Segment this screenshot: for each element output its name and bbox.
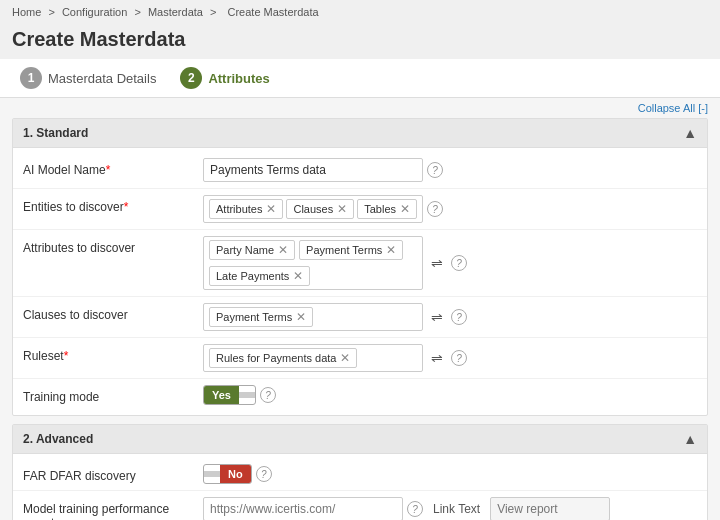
far-dfar-control: No ?	[203, 464, 697, 484]
training-mode-control: Yes ?	[203, 385, 697, 405]
toggle-yes-label: Yes	[204, 386, 239, 404]
entities-to-discover-control: Attributes ✕ Clauses ✕ Tables ✕ ?	[203, 195, 697, 223]
tag-clauses: Clauses ✕	[286, 199, 354, 219]
ai-model-name-control: ?	[203, 158, 697, 182]
advanced-section-header[interactable]: 2. Advanced ▲	[13, 425, 707, 454]
tabs-bar: 1 Masterdata Details 2 Attributes	[0, 59, 720, 98]
advanced-section: 2. Advanced ▲ FAR DFAR discovery No ?	[12, 424, 708, 520]
advanced-section-toggle-icon: ▲	[683, 431, 697, 447]
clauses-to-discover-label: Clauses to discover	[23, 303, 203, 322]
standard-section-title: 1. Standard	[23, 126, 88, 140]
clauses-help-icon[interactable]: ?	[451, 309, 467, 325]
model-training-label: Model training performance report	[23, 497, 203, 520]
entities-help-icon[interactable]: ?	[427, 201, 443, 217]
training-mode-row: Training mode Yes ?	[13, 379, 707, 411]
training-mode-label: Training mode	[23, 385, 203, 404]
standard-section: 1. Standard ▲ AI Model Name* ? Entities …	[12, 118, 708, 416]
entities-to-discover-row: Entities to discover* Attributes ✕ Claus…	[13, 189, 707, 230]
ai-model-name-input[interactable]	[203, 158, 423, 182]
tab2-label: Attributes	[208, 71, 269, 86]
tab1-number: 1	[20, 67, 42, 89]
collapse-all-link[interactable]: Collapse All [-]	[638, 102, 708, 114]
attributes-to-discover-control: Party Name ✕ Payment Terms ✕ Late Paymen…	[203, 236, 697, 290]
clauses-share-icon[interactable]: ⇌	[427, 307, 447, 327]
model-training-row: Model training performance report ? Link…	[13, 491, 707, 520]
far-dfar-row: FAR DFAR discovery No ?	[13, 458, 707, 491]
tab2-number: 2	[180, 67, 202, 89]
toggle-yes-part	[204, 471, 220, 477]
page-title: Create Masterdata	[0, 24, 720, 59]
attributes-to-discover-row: Attributes to discover Party Name ✕ Paym…	[13, 230, 707, 297]
breadcrumb: Home > Configuration > Masterdata > Crea…	[0, 0, 720, 24]
tab-attributes[interactable]: 2 Attributes	[172, 59, 285, 97]
attributes-tags-container[interactable]: Party Name ✕ Payment Terms ✕ Late Paymen…	[203, 236, 423, 290]
ai-model-name-row: AI Model Name* ?	[13, 152, 707, 189]
attributes-share-icon[interactable]: ⇌	[427, 253, 447, 273]
far-dfar-label: FAR DFAR discovery	[23, 464, 203, 483]
view-report-input[interactable]	[490, 497, 610, 520]
clauses-tags-container[interactable]: Payment Terms ✕	[203, 303, 423, 331]
ruleset-share-icon[interactable]: ⇌	[427, 348, 447, 368]
toggle-no-label	[239, 392, 255, 398]
tag-attributes: Attributes ✕	[209, 199, 283, 219]
ruleset-help-icon[interactable]: ?	[451, 350, 467, 366]
toggle-no-part: No	[220, 465, 251, 483]
tag-rules-payments: Rules for Payments data ✕	[209, 348, 357, 368]
tag-payment-terms: Payment Terms ✕	[299, 240, 403, 260]
entities-to-discover-label: Entities to discover*	[23, 195, 203, 214]
ai-model-name-help-icon[interactable]: ?	[427, 162, 443, 178]
standard-section-header[interactable]: 1. Standard ▲	[13, 119, 707, 148]
collapse-bar: Collapse All [-]	[0, 98, 720, 118]
advanced-section-title: 2. Advanced	[23, 432, 93, 446]
ruleset-tags-container[interactable]: Rules for Payments data ✕	[203, 344, 423, 372]
tag-late-payments: Late Payments ✕	[209, 266, 310, 286]
tab1-label: Masterdata Details	[48, 71, 156, 86]
model-training-url-input[interactable]	[203, 497, 403, 520]
ruleset-row: Ruleset* Rules for Payments data ✕ ⇌ ?	[13, 338, 707, 379]
standard-section-toggle-icon: ▲	[683, 125, 697, 141]
training-mode-help-icon[interactable]: ?	[260, 387, 276, 403]
tag-clauses-payment-terms: Payment Terms ✕	[209, 307, 313, 327]
tab-masterdata-details[interactable]: 1 Masterdata Details	[12, 59, 172, 97]
attributes-to-discover-label: Attributes to discover	[23, 236, 203, 255]
tag-party-name: Party Name ✕	[209, 240, 295, 260]
attributes-help-icon[interactable]: ?	[451, 255, 467, 271]
ruleset-control: Rules for Payments data ✕ ⇌ ?	[203, 344, 697, 372]
training-mode-toggle[interactable]: Yes	[203, 385, 256, 405]
clauses-to-discover-row: Clauses to discover Payment Terms ✕ ⇌ ?	[13, 297, 707, 338]
link-text-label: Link Text	[433, 502, 480, 516]
clauses-to-discover-control: Payment Terms ✕ ⇌ ?	[203, 303, 697, 331]
tag-tables: Tables ✕	[357, 199, 417, 219]
far-dfar-toggle[interactable]: No	[203, 464, 252, 484]
model-training-control: ? Link Text	[203, 497, 697, 520]
model-training-help-icon[interactable]: ?	[407, 501, 423, 517]
ai-model-name-label: AI Model Name*	[23, 158, 203, 177]
entities-tags-container[interactable]: Attributes ✕ Clauses ✕ Tables ✕	[203, 195, 423, 223]
content-area: Collapse All [-] 1. Standard ▲ AI Model …	[0, 98, 720, 520]
ruleset-label: Ruleset*	[23, 344, 203, 363]
far-dfar-help-icon[interactable]: ?	[256, 466, 272, 482]
